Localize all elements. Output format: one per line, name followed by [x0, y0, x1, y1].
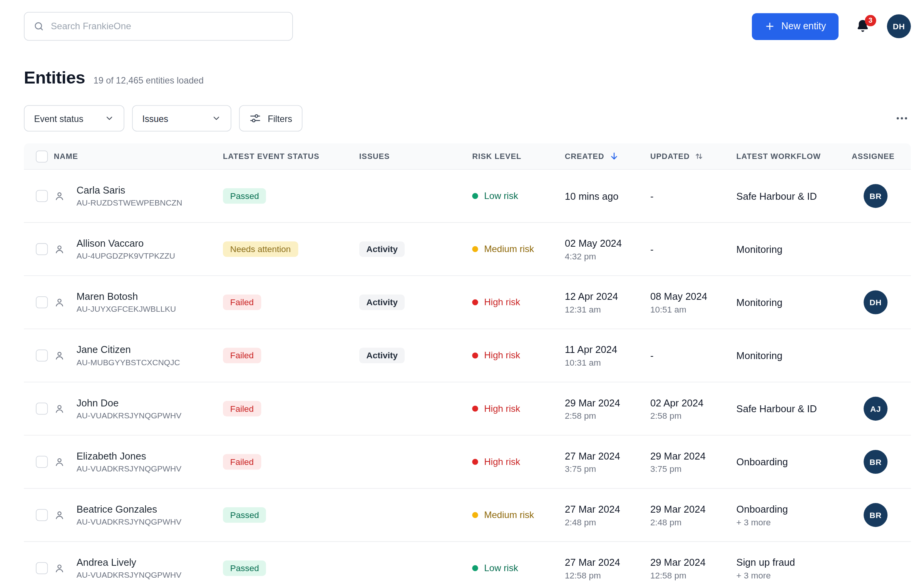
- column-header-workflow[interactable]: LATEST WORKFLOW: [737, 152, 852, 160]
- risk-dot: [472, 246, 478, 252]
- search-box[interactable]: [24, 12, 293, 41]
- person-icon: [54, 509, 65, 520]
- row-checkbox[interactable]: [36, 562, 48, 574]
- table-row[interactable]: Allison Vaccaro AU-4UPGDZPK9VTPKZZU Need…: [24, 223, 911, 276]
- plus-icon: [765, 21, 775, 32]
- row-checkbox[interactable]: [36, 349, 48, 361]
- column-header-assignee[interactable]: ASSIGNEE: [852, 152, 911, 160]
- new-entity-button[interactable]: New entity: [752, 13, 839, 40]
- risk-label: Low risk: [484, 563, 518, 573]
- entity-name[interactable]: Maren Botosh: [77, 291, 223, 302]
- created-time: 2:58 pm: [565, 411, 650, 420]
- row-checkbox[interactable]: [36, 296, 48, 308]
- risk-label: High risk: [484, 297, 520, 308]
- chevron-down-icon: [105, 114, 114, 123]
- table-row[interactable]: Andrea Lively AU-VUADKRSJYNQGPWHV Passed…: [24, 542, 911, 585]
- table-row[interactable]: Maren Botosh AU-JUYXGFCEKJWBLLKU Failed …: [24, 276, 911, 329]
- entity-name[interactable]: Allison Vaccaro: [77, 238, 223, 249]
- column-header-risk[interactable]: RISK LEVEL: [472, 152, 565, 160]
- entity-name[interactable]: Andrea Lively: [77, 557, 223, 568]
- risk-label: High risk: [484, 403, 520, 414]
- created-date: 27 Mar 2024: [565, 450, 650, 461]
- status-badge: Passed: [223, 188, 266, 204]
- column-header-name[interactable]: NAME: [54, 152, 223, 160]
- assignee-avatar[interactable]: BR: [864, 450, 887, 474]
- person-icon: [54, 190, 65, 201]
- issue-badge: Activity: [359, 241, 405, 257]
- assignee-avatar[interactable]: BR: [864, 184, 887, 208]
- risk-dot: [472, 565, 478, 572]
- filters-label: Filters: [268, 113, 292, 123]
- sort-desc-icon: [609, 151, 619, 161]
- entity-id: AU-4UPGDZPK9VTPKZZU: [77, 252, 223, 261]
- workflow-name: Safe Harbour & ID: [737, 403, 852, 414]
- filters-button[interactable]: Filters: [239, 105, 302, 131]
- entity-name[interactable]: Carla Saris: [77, 185, 223, 196]
- risk-dot: [472, 459, 478, 465]
- created-time: 4:32 pm: [565, 251, 650, 261]
- entities-loaded-count: 19 of 12,465 entities loaded: [94, 75, 204, 85]
- updated-time: 3:75 pm: [650, 464, 737, 473]
- row-checkbox[interactable]: [36, 509, 48, 521]
- entity-name[interactable]: John Doe: [77, 397, 223, 408]
- updated-cell: 29 Mar 2024 3:75 pm: [650, 450, 737, 474]
- risk-dot: [472, 353, 478, 359]
- created-date: 12 Apr 2024: [565, 291, 650, 302]
- column-header-updated[interactable]: UPDATED: [650, 152, 737, 160]
- column-header-issues[interactable]: ISSUES: [359, 152, 472, 160]
- table-row[interactable]: Elizabeth Jones AU-VUADKRSJYNQGPWHV Fail…: [24, 436, 911, 489]
- app-window: New entity 3 DH Entities 19 of 12,465 en…: [0, 0, 924, 585]
- row-checkbox[interactable]: [36, 403, 48, 415]
- created-cell: 02 May 2024 4:32 pm: [565, 237, 650, 261]
- created-time: 10:31 am: [565, 358, 650, 367]
- risk-cell: High risk: [472, 297, 565, 308]
- table-row[interactable]: Carla Saris AU-RUZDSTWEWPEBNCZN Passed L…: [24, 170, 911, 223]
- assignee-avatar[interactable]: AJ: [864, 397, 887, 421]
- more-options-button[interactable]: [893, 109, 911, 127]
- created-date: 27 Mar 2024: [565, 557, 650, 568]
- created-date: 29 Mar 2024: [565, 397, 650, 408]
- notifications-button[interactable]: 3: [855, 18, 871, 34]
- table-row[interactable]: Beatrice Gonzales AU-VUADKRSJYNQGPWHV Pa…: [24, 489, 911, 542]
- updated-time: 2:58 pm: [650, 411, 737, 420]
- updated-date: 02 Apr 2024: [650, 397, 737, 408]
- person-icon: [54, 297, 65, 308]
- risk-label: High risk: [484, 456, 520, 467]
- created-time: 12:31 am: [565, 304, 650, 314]
- column-header-created[interactable]: CREATED: [565, 151, 650, 161]
- select-all-checkbox[interactable]: [36, 150, 48, 162]
- table-row[interactable]: John Doe AU-VUADKRSJYNQGPWHV Failed High…: [24, 383, 911, 436]
- table-row[interactable]: Jane Citizen AU-MUBGYYBSTCXCNQJC Failed …: [24, 329, 911, 382]
- row-checkbox[interactable]: [36, 190, 48, 202]
- risk-cell: High risk: [472, 456, 565, 467]
- created-cell: 10 mins ago: [565, 190, 650, 201]
- created-date: 11 Apr 2024: [565, 344, 650, 355]
- assignee-avatar[interactable]: DH: [864, 290, 887, 314]
- top-bar: New entity 3 DH: [24, 12, 911, 41]
- issues-dropdown[interactable]: Issues: [132, 105, 231, 131]
- created-date: 27 Mar 2024: [565, 503, 650, 515]
- created-cell: 27 Mar 2024 2:48 pm: [565, 503, 650, 527]
- event-status-dropdown[interactable]: Event status: [24, 105, 124, 131]
- entity-name[interactable]: Beatrice Gonzales: [77, 504, 223, 515]
- updated-cell: 29 Mar 2024 12:58 pm: [650, 557, 737, 580]
- table-body: Carla Saris AU-RUZDSTWEWPEBNCZN Passed L…: [24, 170, 911, 585]
- updated-time: 10:51 am: [650, 304, 737, 314]
- user-avatar[interactable]: DH: [887, 14, 911, 38]
- issue-badge: Activity: [359, 294, 405, 310]
- risk-cell: Medium risk: [472, 244, 565, 254]
- entity-name[interactable]: Elizabeth Jones: [77, 451, 223, 462]
- entity-name[interactable]: Jane Citizen: [77, 344, 223, 355]
- row-checkbox[interactable]: [36, 456, 48, 468]
- risk-dot: [472, 193, 478, 199]
- updated-cell: -: [650, 350, 737, 361]
- updated-date: 29 Mar 2024: [650, 450, 737, 461]
- search-input[interactable]: [51, 21, 283, 32]
- assignee-avatar[interactable]: BR: [864, 503, 887, 527]
- row-checkbox[interactable]: [36, 243, 48, 255]
- risk-dot: [472, 512, 478, 518]
- risk-dot: [472, 299, 478, 306]
- workflow-name: Monitoring: [737, 350, 852, 361]
- risk-cell: High risk: [472, 350, 565, 361]
- column-header-status[interactable]: LATEST EVENT STATUS: [223, 152, 359, 160]
